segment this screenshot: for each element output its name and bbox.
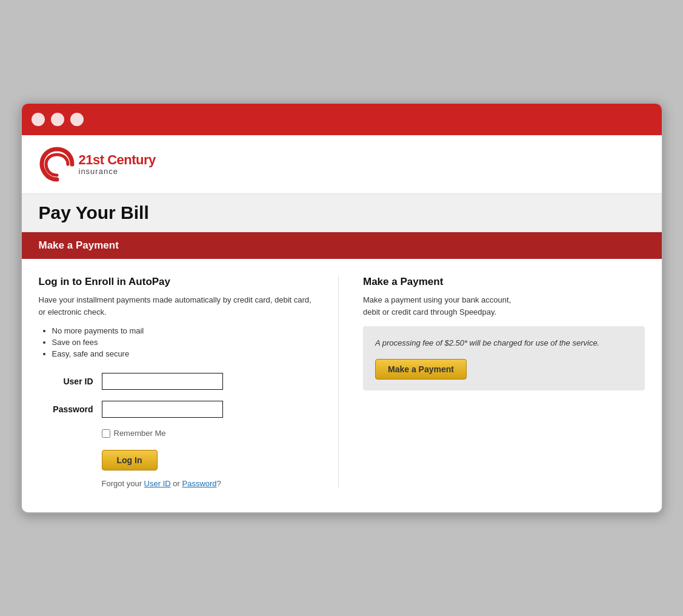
userid-input[interactable]: [102, 373, 223, 390]
list-item: Save on fees: [52, 338, 321, 347]
userid-label: User ID: [39, 377, 93, 386]
forgot-password-link[interactable]: Password: [182, 479, 216, 488]
password-label: Password: [39, 404, 93, 414]
password-row: Password: [39, 401, 321, 418]
page-title: Pay Your Bill: [39, 203, 645, 223]
section-title: Make a Payment: [39, 239, 645, 252]
maximize-button[interactable]: [70, 113, 84, 126]
remember-me-checkbox[interactable]: [102, 429, 110, 438]
main-window: 21st Century insurance Pay Your Bill Mak…: [21, 102, 663, 514]
brand-sub: insurance: [79, 167, 156, 176]
logo-arc-icon: [39, 146, 75, 182]
userid-row: User ID: [39, 373, 321, 390]
titlebar: [22, 104, 662, 135]
content-area: Log in to Enroll in AutoPay Have your in…: [22, 259, 662, 512]
header: 21st Century insurance: [22, 135, 662, 194]
minimize-button[interactable]: [51, 113, 64, 126]
forgot-userid-link[interactable]: User ID: [144, 479, 171, 488]
forgot-prefix: Forgot your: [102, 479, 142, 488]
autopay-benefits-list: No more payments to mail Save on fees Ea…: [39, 326, 321, 358]
forgot-or: or: [173, 479, 180, 488]
list-item: No more payments to mail: [52, 326, 321, 335]
logo-text: 21st Century insurance: [79, 153, 156, 176]
login-button[interactable]: Log In: [102, 450, 158, 470]
logo: 21st Century insurance: [39, 146, 156, 182]
section-header: Make a Payment: [22, 232, 662, 259]
brand-century: Century: [104, 152, 156, 167]
brand-name: 21st Century: [79, 153, 156, 167]
forgot-text: Forgot your User ID or Password?: [102, 479, 321, 488]
payment-title: Make a Payment: [363, 276, 645, 288]
payment-desc-line2: debit or credit card through Speedpay.: [363, 307, 496, 316]
fee-notice: A processing fee of $2.50* will be charg…: [375, 337, 633, 349]
brand-21st: 21st: [79, 152, 104, 167]
list-item: Easy, safe and secure: [52, 349, 321, 358]
forgot-question: ?: [217, 479, 221, 488]
right-panel: Make a Payment Make a payment using your…: [339, 276, 645, 488]
payment-description: Make a payment using your bank account, …: [363, 294, 645, 318]
autopay-title: Log in to Enroll in AutoPay: [39, 276, 321, 288]
payment-desc-line1: Make a payment using your bank account,: [363, 295, 511, 304]
make-payment-button[interactable]: Make a Payment: [375, 359, 467, 380]
password-input[interactable]: [102, 401, 223, 418]
left-panel: Log in to Enroll in AutoPay Have your in…: [39, 276, 339, 488]
autopay-description: Have your installment payments made auto…: [39, 294, 321, 318]
remember-me-row: Remember Me: [102, 429, 321, 438]
remember-me-label: Remember Me: [114, 429, 166, 438]
close-button[interactable]: [32, 113, 45, 126]
payment-box: A processing fee of $2.50* will be charg…: [363, 326, 645, 390]
page-title-bar: Pay Your Bill: [22, 194, 662, 232]
